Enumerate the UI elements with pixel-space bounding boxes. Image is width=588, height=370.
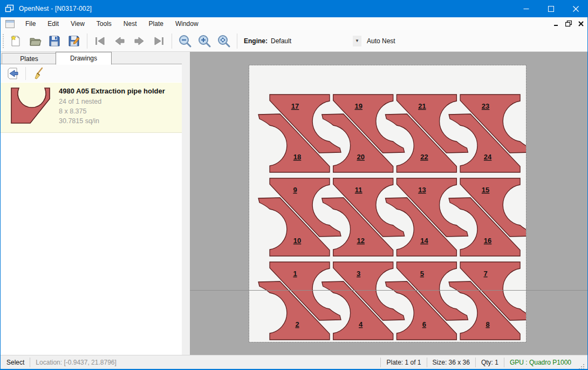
drawings-toolbar <box>1 64 182 82</box>
part-number-label: 6 <box>422 320 426 328</box>
nest-pair: 2122 <box>385 95 468 172</box>
plate-sheet: 171819202122232491011121314151612345678 <box>249 65 526 342</box>
tool-bar: Engine: Default ▼ Auto Nest <box>1 30 587 52</box>
status-location: Location: [-0.9437, 21.8796] <box>36 359 116 366</box>
nest-svg: 171819202122232491011121314151612345678 <box>249 65 526 342</box>
mdi-close-button[interactable] <box>576 19 585 29</box>
mdi-minimize-button[interactable] <box>551 19 560 29</box>
status-separator <box>380 358 381 367</box>
status-separator <box>475 358 476 367</box>
new-file-button[interactable] <box>6 32 25 50</box>
status-bar: Select Location: [-0.9437, 21.8796] Plat… <box>1 355 587 369</box>
panel-splitter[interactable] <box>182 52 190 355</box>
menu-item-nest[interactable]: Nest <box>118 18 143 30</box>
part-number-label: 7 <box>483 270 487 278</box>
drawing-size: 8 x 8.375 <box>59 107 86 115</box>
menu-item-view[interactable]: View <box>65 18 91 30</box>
part-thumbnail <box>10 87 51 127</box>
nest-canvas[interactable]: 171819202122232491011121314151612345678 <box>190 52 587 355</box>
engine-select[interactable]: Default ▼ <box>271 35 361 48</box>
part-number-label: 14 <box>420 237 428 245</box>
menu-item-window[interactable]: Window <box>169 18 204 30</box>
nest-pair: 1516 <box>449 178 526 256</box>
nest-pair: 910 <box>258 178 341 256</box>
part-number-label: 20 <box>357 153 364 161</box>
part-number-label: 8 <box>486 320 489 328</box>
menu-item-plate[interactable]: Plate <box>143 18 169 30</box>
part-number-label: 2 <box>295 320 299 328</box>
part-number-label: 12 <box>357 237 364 245</box>
first-plate-button[interactable] <box>91 32 110 50</box>
drawing-list-item[interactable]: 4980 A05 Extraction pipe holder 24 of 1 … <box>1 83 182 133</box>
part-number-label: 24 <box>484 153 492 161</box>
part-number-label: 23 <box>482 102 489 110</box>
zoom-in-button[interactable] <box>195 32 214 50</box>
part-number-label: 13 <box>418 186 426 194</box>
nest-pair: 78 <box>449 262 526 340</box>
zoom-out-button[interactable] <box>176 32 194 50</box>
status-separator <box>30 358 30 367</box>
status-mode: Select <box>6 359 24 366</box>
open-file-button[interactable] <box>26 32 44 50</box>
zoom-fit-button[interactable] <box>215 32 233 50</box>
part-number-label: 9 <box>293 186 297 194</box>
part-number-label: 5 <box>420 270 424 278</box>
part-number-label: 3 <box>357 270 360 278</box>
chevron-down-icon[interactable]: ▼ <box>353 36 361 46</box>
nest-pair: 1718 <box>258 95 341 172</box>
toolbar-separator <box>237 33 237 49</box>
app-icon <box>5 4 15 14</box>
nest-pair: 2324 <box>449 95 526 172</box>
save-button[interactable] <box>45 32 64 50</box>
part-number-label: 1 <box>293 270 297 278</box>
close-button[interactable] <box>563 0 588 17</box>
tab-plates[interactable]: Plates <box>2 53 57 64</box>
canvas-divider <box>190 290 587 291</box>
mdi-restore-button[interactable] <box>564 19 573 29</box>
part-number-label: 22 <box>420 153 428 161</box>
part-number-label: 18 <box>293 153 301 161</box>
title-bar: OpenNest - [N0317-002] <box>0 0 588 17</box>
part-number-label: 21 <box>418 102 426 110</box>
nest-pair: 1112 <box>322 178 405 256</box>
tab-drawings[interactable]: Drawings <box>56 52 112 65</box>
menu-bar: FileEditViewToolsNestPlateWindow <box>1 17 587 31</box>
status-separator <box>504 358 504 367</box>
part-number-label: 11 <box>355 186 363 194</box>
toolbar-grip <box>3 34 6 48</box>
send-back-to-plates-button[interactable] <box>5 66 21 81</box>
part-number-label: 19 <box>354 102 362 110</box>
engine-label: Engine: <box>244 37 268 45</box>
part-number-label: 15 <box>482 186 489 194</box>
minimize-button[interactable] <box>514 0 538 17</box>
drawing-nested-count: 24 of 1 nested <box>59 98 101 105</box>
previous-plate-button[interactable] <box>111 32 129 50</box>
part-number-label: 16 <box>484 237 491 245</box>
status-qty: Qty: 1 <box>481 359 498 366</box>
maximize-button[interactable] <box>538 0 563 17</box>
drawing-title: 4980 A05 Extraction pipe holder <box>59 87 165 95</box>
last-plate-button[interactable] <box>149 32 168 50</box>
next-plate-button[interactable] <box>130 32 148 50</box>
menu-item-tools[interactable]: Tools <box>91 18 118 30</box>
part-number-label: 4 <box>359 320 363 328</box>
nest-pair: 56 <box>385 262 468 340</box>
sidebar-panel: Plates Drawings 4980 A05 Extraction pipe… <box>1 52 182 355</box>
clear-broom-button[interactable] <box>30 66 46 81</box>
menu-item-edit[interactable]: Edit <box>42 18 65 30</box>
drawing-area: 30.7815 sq/in <box>59 117 99 125</box>
part-number-label: 10 <box>293 237 301 245</box>
save-as-button[interactable] <box>65 32 83 50</box>
part-number-label: 17 <box>291 102 299 110</box>
nest-pair: 12 <box>258 262 341 340</box>
panel-toolbar-separator <box>25 67 26 80</box>
child-window-icon[interactable] <box>5 20 15 28</box>
engine-value: Default <box>271 37 353 45</box>
status-gpu: GPU : Quadro P1000 <box>510 359 571 366</box>
auto-nest-button[interactable]: Auto Nest <box>367 37 395 45</box>
toolbar-separator <box>87 33 87 49</box>
window-border-left <box>0 17 1 369</box>
menu-item-file[interactable]: File <box>19 18 42 30</box>
nest-pair: 1314 <box>385 178 468 256</box>
tab-strip: Plates Drawings <box>1 52 182 64</box>
